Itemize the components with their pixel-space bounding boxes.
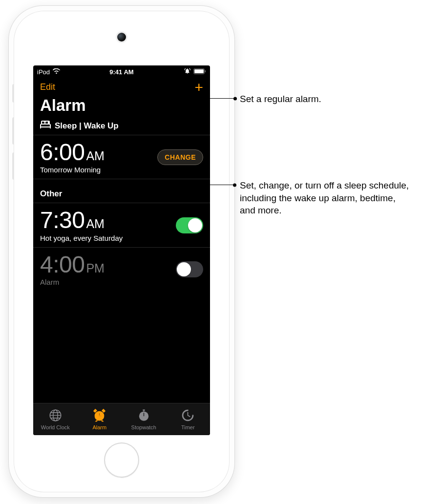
alarm-toggle[interactable] (176, 261, 203, 277)
tab-alarm[interactable]: Alarm (78, 403, 122, 435)
sleep-section-header: Sleep | Wake Up (33, 121, 210, 135)
tab-timer[interactable]: Timer (166, 403, 210, 435)
callout-text: Set, change, or turn off a sleep schedul… (240, 180, 409, 215)
device-frame: iPod 9:41 AM Edit + (9, 6, 234, 497)
alarm-sub: Alarm (40, 278, 105, 286)
nav-bar: Edit + (33, 78, 210, 93)
stopwatch-icon (137, 409, 150, 423)
sleep-alarm-ampm: AM (86, 149, 105, 163)
tab-label: Stopwatch (131, 424, 156, 430)
alarm-row: 4:00PM Alarm (33, 248, 210, 291)
bed-icon (40, 121, 51, 131)
other-section-header: Other (33, 179, 210, 203)
alarm-time: 4:00 (40, 252, 84, 277)
globe-icon (49, 409, 62, 423)
tab-stopwatch[interactable]: Stopwatch (122, 403, 166, 435)
tab-world-clock[interactable]: World Clock (33, 403, 78, 435)
callout-add-alarm: Set a regular alarm. (240, 93, 321, 105)
add-alarm-button[interactable]: + (194, 83, 203, 92)
timer-icon (181, 409, 194, 423)
alarm-sub: Hot yoga, every Saturday (40, 234, 123, 242)
alarm-ampm: AM (86, 217, 105, 231)
callout-text: Set a regular alarm. (240, 94, 321, 104)
page-title: Alarm (33, 93, 210, 121)
status-time: 9:41 AM (33, 68, 210, 76)
change-sleep-button[interactable]: CHANGE (157, 149, 203, 165)
svg-rect-11 (144, 413, 144, 416)
alarm-toggle[interactable] (176, 217, 203, 233)
front-camera (117, 33, 126, 42)
device-bezel: iPod 9:41 AM Edit + (14, 11, 230, 492)
svg-rect-7 (99, 416, 102, 416)
status-bar: iPod 9:41 AM (33, 65, 210, 78)
sleep-section-label: Sleep | Wake Up (55, 121, 119, 131)
alarm-row: 7:30AM Hot yoga, every Saturday (33, 203, 210, 247)
sleep-alarm-sub: Tomorrow Morning (40, 166, 105, 174)
tab-bar: World Clock Alarm Stopwatch (33, 403, 210, 435)
sleep-alarm-row: 6:00AM Tomorrow Morning CHANGE (33, 135, 210, 179)
tab-label: Timer (181, 424, 195, 430)
screen: iPod 9:41 AM Edit + (33, 65, 210, 435)
svg-rect-10 (144, 410, 144, 412)
tab-label: World Clock (41, 424, 70, 430)
alarm-clock-icon (93, 409, 106, 423)
home-button[interactable] (104, 442, 139, 478)
callout-change-sleep: Set, change, or turn off a sleep schedul… (240, 179, 411, 217)
tab-label: Alarm (92, 424, 106, 430)
sleep-alarm-time: 6:00 (40, 139, 84, 165)
alarm-ampm: PM (86, 261, 105, 275)
alarm-time: 7:30 (40, 207, 84, 233)
edit-button[interactable]: Edit (40, 82, 55, 92)
